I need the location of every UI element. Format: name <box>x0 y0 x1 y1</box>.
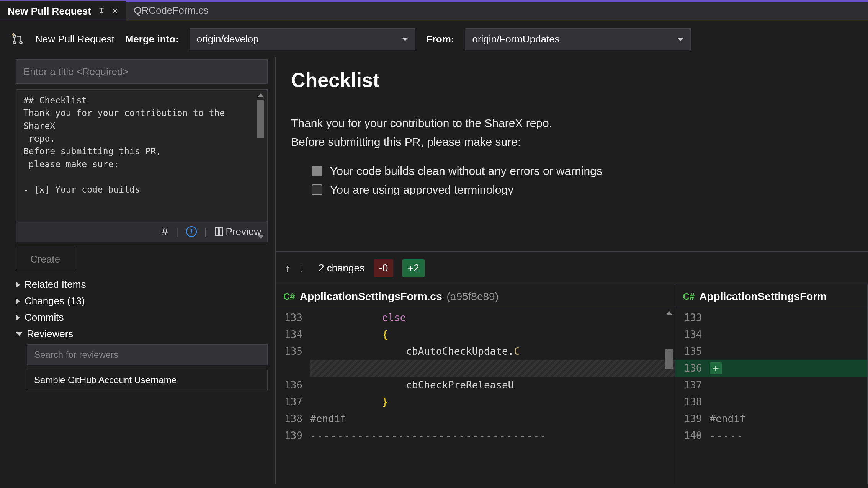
scroll-up-icon[interactable] <box>258 93 264 97</box>
preview-icon <box>215 227 223 236</box>
scroll-down-icon[interactable] <box>258 235 264 239</box>
file-hash: (a95f8e89) <box>447 291 499 303</box>
additions-badge: +2 <box>402 259 425 277</box>
title-input[interactable]: Enter a title <Required> <box>16 59 268 84</box>
checklist: Your code builds clean without any error… <box>291 165 853 195</box>
csharp-icon: C# <box>283 291 295 302</box>
scrollbar[interactable] <box>256 93 266 208</box>
markdown-preview: Checklist Thank you for your contributio… <box>276 57 868 252</box>
info-button[interactable]: i <box>186 226 197 237</box>
left-panel: Enter a title <Required> ## Checklist Th… <box>0 57 276 484</box>
diff-pane-right: C# ApplicationSettingsForm 133134135136+… <box>675 284 868 484</box>
close-icon[interactable]: ✕ <box>112 7 118 16</box>
pr-heading: New Pull Request <box>35 33 114 45</box>
caret-right-icon <box>16 315 20 321</box>
chevron-down-icon <box>677 38 683 41</box>
checkbox-icon[interactable] <box>312 184 322 195</box>
merge-into-label: Merge into: <box>125 33 179 45</box>
checklist-item: You are using approved terminology <box>312 184 853 195</box>
merge-into-value: origin/develop <box>197 33 259 45</box>
file-name: ApplicationSettingsForm <box>699 291 827 303</box>
diff-pane-left: C# ApplicationSettingsForm.cs (a95f8e89)… <box>276 284 675 484</box>
diff-toolbar: ↑ ↓ 2 changes -0 +2 <box>276 252 868 284</box>
branch-toolbar: New Pull Request Merge into: origin/deve… <box>0 21 868 57</box>
svg-point-1 <box>13 41 15 44</box>
preview-paragraph: Before submitting this PR, please make s… <box>291 133 853 151</box>
file-header-left: C# ApplicationSettingsForm.cs (a95f8e89) <box>276 284 675 309</box>
file-header-right: C# ApplicationSettingsForm <box>675 284 867 309</box>
preview-label: Preview <box>226 226 261 238</box>
preview-heading: Checklist <box>291 69 853 91</box>
file-name: ApplicationSettingsForm.cs <box>300 291 442 303</box>
right-panel: Checklist Thank you for your contributio… <box>276 57 868 484</box>
description-textarea[interactable]: ## Checklist Thank you for your contribu… <box>16 89 268 242</box>
tab-qrcodeform[interactable]: QRCodeForm.cs <box>126 0 216 21</box>
code-left[interactable]: 133 else134 {135 cbAutoCheckUpdate.C136 … <box>276 309 675 444</box>
tree-related-items[interactable]: Related Items <box>16 279 268 291</box>
changes-count: 2 changes <box>319 262 365 274</box>
svg-point-2 <box>20 41 22 44</box>
merge-into-select[interactable]: origin/develop <box>190 28 415 50</box>
scrollbar[interactable] <box>664 311 675 457</box>
info-icon: i <box>186 226 197 237</box>
diff-view: C# ApplicationSettingsForm.cs (a95f8e89)… <box>276 284 868 484</box>
chevron-down-icon <box>402 38 408 41</box>
sections-tree: Related Items Changes (13) Commits Revie… <box>16 279 268 390</box>
caret-down-icon <box>16 332 22 336</box>
tab-bar: New Pull Request ✕ QRCodeForm.cs <box>0 0 868 21</box>
tree-changes[interactable]: Changes (13) <box>16 295 268 307</box>
markdown-icon[interactable]: # <box>162 225 168 238</box>
pull-request-icon <box>11 33 25 46</box>
scroll-thumb[interactable] <box>665 349 673 369</box>
reviewer-search-input[interactable]: Search for reviewers <box>27 344 268 365</box>
next-change-button[interactable]: ↓ <box>299 262 305 274</box>
scroll-up-icon[interactable] <box>666 311 672 315</box>
description-text: ## Checklist Thank you for your contribu… <box>16 90 267 221</box>
title-placeholder: Enter a title <Required> <box>23 66 129 78</box>
tab-new-pull-request[interactable]: New Pull Request ✕ <box>0 0 126 21</box>
prev-change-button[interactable]: ↑ <box>285 262 290 274</box>
checkbox-checked-icon[interactable] <box>312 166 322 176</box>
caret-right-icon <box>16 282 20 288</box>
tree-reviewers[interactable]: Reviewers <box>16 328 268 340</box>
code-right[interactable]: 133134135136+137138139#endif140----- <box>675 309 867 444</box>
deletions-badge: -0 <box>374 259 393 277</box>
preview-paragraph: Thank you for your contribution to the S… <box>291 114 853 132</box>
preview-button[interactable]: Preview <box>215 226 261 238</box>
description-toolbar: # | i | Preview <box>16 221 267 242</box>
checklist-item: Your code builds clean without any error… <box>312 165 853 178</box>
reviewer-item[interactable]: Sample GitHub Account Username <box>27 370 268 390</box>
tab-title: New Pull Request <box>8 5 91 17</box>
tree-commits[interactable]: Commits <box>16 312 268 323</box>
scroll-thumb[interactable] <box>257 100 264 138</box>
create-button[interactable]: Create <box>16 248 74 271</box>
from-label: From: <box>426 33 454 45</box>
tab-title: QRCodeForm.cs <box>134 5 208 16</box>
from-value: origin/FormUpdates <box>472 33 559 45</box>
caret-right-icon <box>16 298 20 304</box>
from-select[interactable]: origin/FormUpdates <box>465 28 691 50</box>
pin-icon[interactable] <box>98 7 105 16</box>
csharp-icon: C# <box>683 291 695 302</box>
